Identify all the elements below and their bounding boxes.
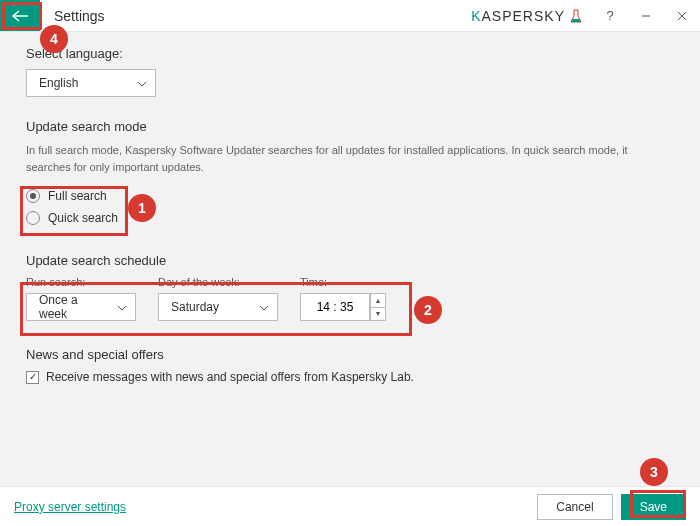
full-search-radio[interactable]: Full search xyxy=(26,185,674,207)
day-dropdown[interactable]: Saturday xyxy=(158,293,278,321)
help-button[interactable]: ? xyxy=(592,0,628,32)
time-spinner: ▲ ▼ xyxy=(370,293,386,321)
time-value: 14 : 35 xyxy=(317,300,354,314)
run-search-value: Once a week xyxy=(39,293,109,321)
time-decrement-button[interactable]: ▼ xyxy=(370,307,386,322)
news-checkbox-label: Receive messages with news and special o… xyxy=(46,370,414,384)
schedule-heading: Update search schedule xyxy=(26,253,674,268)
day-label: Day of the week: xyxy=(158,276,278,288)
brand-logo: KASPERSKY xyxy=(471,0,592,31)
radio-icon xyxy=(26,189,40,203)
day-value: Saturday xyxy=(171,300,219,314)
search-mode-radio-group: Full search Quick search xyxy=(26,185,674,229)
save-button[interactable]: Save xyxy=(621,494,686,520)
language-value: English xyxy=(39,76,78,90)
back-button[interactable] xyxy=(0,0,40,31)
language-dropdown[interactable]: English xyxy=(26,69,156,97)
proxy-settings-link[interactable]: Proxy server settings xyxy=(14,500,126,514)
update-mode-desc: In full search mode, Kaspersky Software … xyxy=(26,142,674,175)
page-title: Settings xyxy=(40,0,119,31)
checkbox-icon xyxy=(26,371,39,384)
close-button[interactable] xyxy=(664,0,700,32)
schedule-row: Run search: Once a week Day of the week:… xyxy=(26,276,674,321)
chevron-down-icon xyxy=(117,300,127,314)
titlebar: Settings KASPERSKY ? xyxy=(0,0,700,32)
language-label: Select language: xyxy=(26,46,674,61)
time-input[interactable]: 14 : 35 ▲ ▼ xyxy=(300,293,370,321)
footer: Proxy server settings Cancel Save xyxy=(0,486,700,526)
radio-icon xyxy=(26,211,40,225)
arrow-left-icon xyxy=(11,9,29,23)
chevron-down-icon xyxy=(137,76,147,90)
radio-label: Quick search xyxy=(48,211,118,225)
cancel-button[interactable]: Cancel xyxy=(537,494,612,520)
run-search-dropdown[interactable]: Once a week xyxy=(26,293,136,321)
minimize-button[interactable] xyxy=(628,0,664,32)
window-controls: ? xyxy=(592,0,700,31)
brand-lab-icon xyxy=(568,8,584,24)
radio-label: Full search xyxy=(48,189,107,203)
news-checkbox-row[interactable]: Receive messages with news and special o… xyxy=(26,370,674,384)
chevron-down-icon xyxy=(259,300,269,314)
news-heading: News and special offers xyxy=(26,347,674,362)
run-search-label: Run search: xyxy=(26,276,136,288)
update-mode-heading: Update search mode xyxy=(26,119,674,134)
quick-search-radio[interactable]: Quick search xyxy=(26,207,674,229)
content-area: Select language: English Update search m… xyxy=(0,32,700,486)
time-increment-button[interactable]: ▲ xyxy=(370,293,386,307)
time-label: Time: xyxy=(300,276,370,288)
